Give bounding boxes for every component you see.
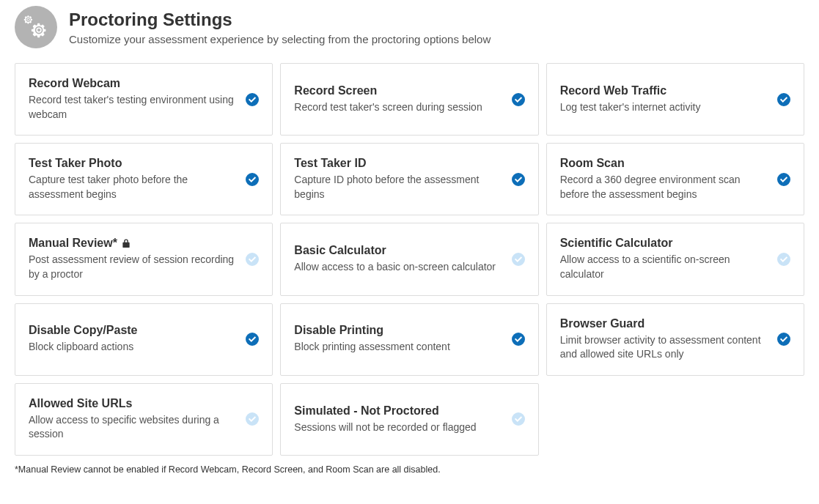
page-title: Proctoring Settings — [69, 10, 491, 30]
card-description: Log test taker's internet activity — [560, 100, 768, 115]
card-title: Record Webcam — [29, 77, 237, 90]
card-description: Post assessment review of session record… — [29, 253, 237, 281]
card-description: Block clipboard actions — [29, 340, 237, 355]
setting-card-record-webcam[interactable]: Record WebcamRecord test taker's testing… — [15, 63, 273, 136]
card-title: Room Scan — [560, 157, 768, 170]
toggle-check-icon[interactable] — [246, 93, 259, 106]
card-description: Allow access to a scientific on-screen c… — [560, 253, 768, 281]
card-description: Record test taker's screen during sessio… — [294, 100, 502, 115]
card-title: Allowed Site URLs — [29, 397, 237, 410]
toggle-check-icon[interactable] — [246, 412, 259, 426]
footnote: *Manual Review cannot be enabled if Reco… — [15, 464, 804, 475]
toggle-check-icon[interactable] — [512, 173, 525, 186]
setting-card-test-taker-id[interactable]: Test Taker IDCapture ID photo before the… — [280, 143, 538, 215]
card-description: Capture ID photo before the assessment b… — [294, 173, 502, 201]
card-title: Scientific Calculator — [560, 237, 768, 250]
lock-icon — [122, 239, 131, 248]
toggle-check-icon[interactable] — [777, 93, 790, 106]
gears-icon — [15, 6, 57, 48]
setting-card-manual-review[interactable]: Manual Review*Post assessment review of … — [15, 223, 273, 295]
card-description: Allow access to specific websites during… — [29, 413, 237, 442]
toggle-check-icon[interactable] — [512, 333, 525, 346]
setting-card-scientific-calculator[interactable]: Scientific CalculatorAllow access to a s… — [546, 223, 804, 295]
toggle-check-icon[interactable] — [512, 412, 525, 426]
card-title: Basic Calculator — [294, 244, 502, 257]
toggle-check-icon[interactable] — [246, 173, 259, 186]
setting-card-room-scan[interactable]: Room ScanRecord a 360 degree environment… — [546, 143, 804, 215]
card-description: Record a 360 degree environment scan bef… — [560, 173, 768, 201]
toggle-check-icon[interactable] — [246, 333, 259, 346]
toggle-check-icon[interactable] — [512, 253, 525, 266]
card-title: Simulated - Not Proctored — [294, 404, 502, 418]
setting-card-simulated-not-proctored[interactable]: Simulated - Not ProctoredSessions will n… — [280, 383, 538, 456]
card-description: Capture test taker photo before the asse… — [29, 173, 237, 201]
toggle-check-icon[interactable] — [777, 253, 790, 266]
card-title: Test Taker ID — [294, 157, 502, 170]
setting-card-record-screen[interactable]: Record ScreenRecord test taker's screen … — [280, 63, 538, 136]
card-title: Browser Guard — [560, 317, 768, 330]
page-header: Proctoring Settings Customize your asses… — [15, 0, 804, 63]
toggle-check-icon[interactable] — [777, 173, 790, 186]
settings-grid: Record WebcamRecord test taker's testing… — [15, 63, 804, 456]
toggle-check-icon[interactable] — [512, 93, 525, 106]
card-description: Record test taker's testing environment … — [29, 93, 237, 122]
card-title: Record Web Traffic — [560, 84, 768, 97]
setting-card-browser-guard[interactable]: Browser GuardLimit browser activity to a… — [546, 303, 804, 376]
card-title: Record Screen — [294, 84, 502, 97]
setting-card-record-web-traffic[interactable]: Record Web TrafficLog test taker's inter… — [546, 63, 804, 136]
card-title: Manual Review* — [29, 237, 237, 250]
card-description: Allow access to a basic on-screen calcul… — [294, 260, 502, 275]
card-title: Disable Printing — [294, 324, 502, 337]
page-subtitle: Customize your assessment experience by … — [69, 33, 491, 45]
setting-card-test-taker-photo[interactable]: Test Taker PhotoCapture test taker photo… — [15, 143, 273, 215]
setting-card-basic-calculator[interactable]: Basic CalculatorAllow access to a basic … — [280, 223, 538, 295]
toggle-check-icon[interactable] — [246, 253, 259, 266]
card-title: Test Taker Photo — [29, 157, 237, 170]
card-title: Disable Copy/Paste — [29, 324, 237, 337]
toggle-check-icon[interactable] — [777, 333, 790, 346]
card-description: Block printing assessment content — [294, 340, 502, 355]
setting-card-disable-copy-paste[interactable]: Disable Copy/PasteBlock clipboard action… — [15, 303, 273, 376]
card-description: Limit browser activity to assessment con… — [560, 333, 768, 362]
card-description: Sessions will not be recorded or flagged — [294, 420, 502, 435]
setting-card-disable-printing[interactable]: Disable PrintingBlock printing assessmen… — [280, 303, 538, 376]
setting-card-allowed-site-urls[interactable]: Allowed Site URLsAllow access to specifi… — [15, 383, 273, 456]
